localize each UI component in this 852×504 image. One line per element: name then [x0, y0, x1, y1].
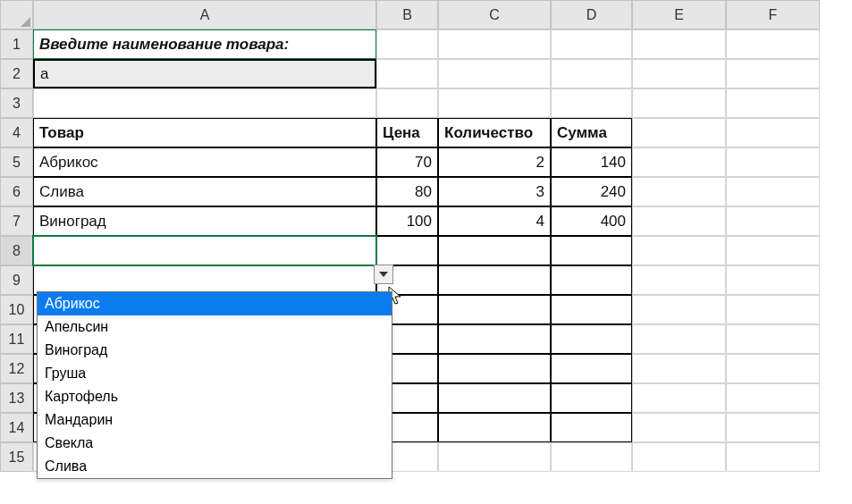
cell-E10[interactable] — [632, 295, 726, 324]
cell-D2[interactable] — [551, 59, 632, 88]
cell-C13[interactable] — [438, 383, 551, 413]
cell-C12[interactable] — [438, 354, 551, 383]
cell-E4[interactable] — [632, 118, 726, 147]
cell-F10[interactable] — [726, 295, 820, 324]
cell-E3[interactable] — [632, 88, 726, 118]
cell-F4[interactable] — [726, 118, 820, 147]
cell-F13[interactable] — [726, 383, 820, 413]
cell-A7[interactable]: Виноград — [33, 206, 376, 236]
cell-F14[interactable] — [726, 413, 820, 442]
row-header-1[interactable]: 1 — [0, 29, 33, 59]
cell-D4[interactable]: Сумма — [551, 118, 632, 147]
cell-F5[interactable] — [726, 147, 820, 177]
col-header-F[interactable]: F — [726, 0, 820, 29]
col-header-B[interactable]: B — [376, 0, 438, 29]
cell-A3[interactable] — [33, 88, 376, 118]
cell-C2[interactable] — [438, 59, 551, 88]
cell-F1[interactable] — [726, 29, 820, 59]
row-header-11[interactable]: 11 — [0, 324, 33, 354]
select-all-corner[interactable] — [0, 0, 33, 29]
row-header-7[interactable]: 7 — [0, 206, 33, 236]
row-header-5[interactable]: 5 — [0, 147, 33, 177]
row-header-13[interactable]: 13 — [0, 383, 33, 413]
cell-A1[interactable]: Введите наименование товара: — [33, 29, 376, 59]
dropdown-item[interactable]: Свекла — [38, 432, 392, 455]
cell-E15[interactable] — [632, 442, 726, 472]
cell-C4[interactable]: Количество — [438, 118, 551, 147]
cell-D9[interactable] — [551, 265, 632, 295]
cell-C7[interactable]: 4 — [438, 206, 551, 236]
cell-A2[interactable]: а — [33, 59, 376, 88]
cell-B8[interactable] — [376, 236, 438, 265]
cell-C6[interactable]: 3 — [438, 177, 551, 206]
cell-D13[interactable] — [551, 383, 632, 413]
dropdown-item[interactable]: Слива — [38, 455, 392, 478]
col-header-E[interactable]: E — [632, 0, 726, 29]
dropdown-item[interactable]: Мандарин — [38, 408, 392, 432]
cell-D1[interactable] — [551, 29, 632, 59]
cell-E14[interactable] — [632, 413, 726, 442]
cell-C8[interactable] — [438, 236, 551, 265]
cell-E6[interactable] — [632, 177, 726, 206]
row-header-4[interactable]: 4 — [0, 118, 33, 147]
data-validation-dropdown-button[interactable] — [374, 265, 393, 284]
row-header-14[interactable]: 14 — [0, 413, 33, 442]
cell-C3[interactable] — [438, 88, 551, 118]
cell-C14[interactable] — [438, 413, 551, 442]
cell-E8[interactable] — [632, 236, 726, 265]
cell-D11[interactable] — [551, 324, 632, 354]
cell-E2[interactable] — [632, 59, 726, 88]
row-header-8[interactable]: 8 — [0, 236, 33, 265]
row-header-3[interactable]: 3 — [0, 88, 33, 118]
cell-C15[interactable] — [438, 442, 551, 472]
row-header-6[interactable]: 6 — [0, 177, 33, 206]
cell-C9[interactable] — [438, 265, 551, 295]
cell-E5[interactable] — [632, 147, 726, 177]
cell-B1[interactable] — [376, 29, 438, 59]
row-header-12[interactable]: 12 — [0, 354, 33, 383]
cell-B2[interactable] — [376, 59, 438, 88]
cell-D14[interactable] — [551, 413, 632, 442]
cell-B6[interactable]: 80 — [376, 177, 438, 206]
cell-D3[interactable] — [551, 88, 632, 118]
cell-A6[interactable]: Слива — [33, 177, 376, 206]
cell-B7[interactable]: 100 — [376, 206, 438, 236]
cell-B5[interactable]: 70 — [376, 147, 438, 177]
cell-E9[interactable] — [632, 265, 726, 295]
row-header-10[interactable]: 10 — [0, 295, 33, 324]
cell-D7[interactable]: 400 — [551, 206, 632, 236]
cell-A5[interactable]: Абрикос — [33, 147, 376, 177]
dropdown-item[interactable]: Груша — [38, 362, 392, 385]
dropdown-item[interactable]: Виноград — [38, 339, 392, 362]
cell-A4[interactable]: Товар — [33, 118, 376, 147]
cell-C10[interactable] — [438, 295, 551, 324]
cell-F6[interactable] — [726, 177, 820, 206]
data-validation-dropdown-list[interactable]: Абрикос Апельсин Виноград Груша Картофел… — [37, 291, 392, 479]
row-header-9[interactable]: 9 — [0, 265, 33, 295]
cell-F11[interactable] — [726, 324, 820, 354]
col-header-C[interactable]: C — [438, 0, 551, 29]
col-header-D[interactable]: D — [551, 0, 632, 29]
cell-F8[interactable] — [726, 236, 820, 265]
cell-B4[interactable]: Цена — [376, 118, 438, 147]
cell-F2[interactable] — [726, 59, 820, 88]
cell-C5[interactable]: 2 — [438, 147, 551, 177]
dropdown-item[interactable]: Абрикос — [38, 292, 392, 315]
cell-E13[interactable] — [632, 383, 726, 413]
row-header-2[interactable]: 2 — [0, 59, 33, 88]
cell-E1[interactable] — [632, 29, 726, 59]
cell-C11[interactable] — [438, 324, 551, 354]
cell-F3[interactable] — [726, 88, 820, 118]
cell-D5[interactable]: 140 — [551, 147, 632, 177]
dropdown-item[interactable]: Апельсин — [38, 315, 392, 339]
cell-E11[interactable] — [632, 324, 726, 354]
dropdown-item[interactable]: Картофель — [38, 385, 392, 408]
cell-F9[interactable] — [726, 265, 820, 295]
cell-D8[interactable] — [551, 236, 632, 265]
cell-F15[interactable] — [726, 442, 820, 472]
cell-D10[interactable] — [551, 295, 632, 324]
cell-D15[interactable] — [551, 442, 632, 472]
row-header-15[interactable]: 15 — [0, 442, 33, 472]
cell-E12[interactable] — [632, 354, 726, 383]
cell-B3[interactable] — [376, 88, 438, 118]
